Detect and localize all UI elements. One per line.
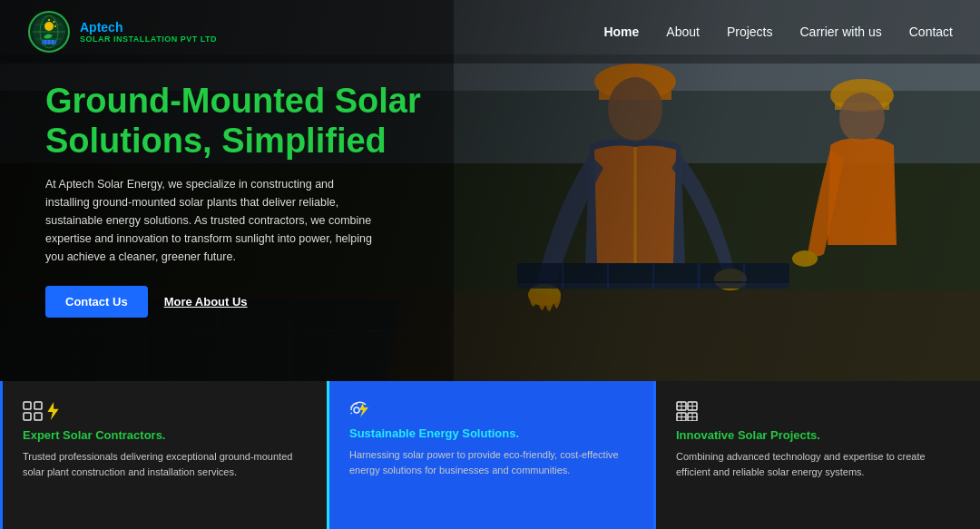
svg-point-48 [354,407,359,413]
hero-buttons: Contact Us More About Us [45,286,436,318]
feature-icon-2 [349,401,633,419]
nav-links: Home About Projects Carrier with us Cont… [603,24,953,40]
nav-item-carrier[interactable]: Carrier with us [800,24,882,40]
feature-card-2: Sustainable Energy Solutions. Harnessing… [327,381,653,529]
feature-title-1: Expert Solar Contractors. [23,428,307,442]
nav-link-home[interactable]: Home [603,24,639,39]
solar-grid-icon [23,401,43,421]
logo[interactable]: Aptech SOLAR INSTALLATION PVT LTD [27,10,217,54]
feature-desc-3: Combining advanced technology and expert… [676,449,960,479]
contact-us-button[interactable]: Contact Us [45,286,148,318]
navbar: Aptech SOLAR INSTALLATION PVT LTD Home A… [0,0,980,64]
nav-link-projects[interactable]: Projects [727,24,773,39]
feature-desc-1: Trusted professionals delivering excepti… [23,449,307,479]
feature-title-2: Sustainable Energy Solutions. [349,426,633,440]
svg-rect-44 [24,402,31,409]
nav-link-contact[interactable]: Contact [909,24,953,39]
feature-icon-3 [676,401,960,421]
svg-rect-46 [24,413,31,420]
logo-tagline: SOLAR INSTALLATION PVT LTD [80,34,217,44]
svg-rect-47 [34,413,42,420]
svg-line-8 [54,21,54,23]
sun-lightning-icon [349,401,371,419]
nav-link-carrier[interactable]: Carrier with us [800,24,882,39]
logo-icon [27,10,71,54]
nav-item-projects[interactable]: Projects [727,24,773,40]
more-about-us-button[interactable]: More About Us [164,295,248,309]
hero-title: Ground-Mounted Solar Solutions, Simplifi… [45,82,436,161]
nav-item-home[interactable]: Home [603,24,639,40]
logo-name: Aptech [80,20,217,34]
feature-card-3: Innovative Solar Projects. Combining adv… [653,381,980,529]
svg-line-50 [351,407,353,407]
svg-line-51 [351,413,353,414]
nav-item-contact[interactable]: Contact [909,24,953,40]
feature-icon-1 [23,401,307,421]
hero-content: Ground-Mounted Solar Solutions, Simplifi… [45,82,436,318]
hero-description: At Aptech Solar Energy, we specialize in… [45,175,381,266]
feature-desc-2: Harnessing solar power to provide eco-fr… [349,447,633,477]
svg-rect-45 [34,402,42,409]
feature-title-3: Innovative Solar Projects. [676,428,960,442]
feature-card-1: Expert Solar Contractors. Trusted profes… [0,381,327,529]
nav-item-about[interactable]: About [666,24,700,40]
lightning-icon-1 [46,402,59,420]
svg-point-6 [44,22,54,31]
solar-panel-grid-icon [676,401,698,421]
nav-link-about[interactable]: About [666,24,700,39]
logo-text: Aptech SOLAR INSTALLATION PVT LTD [80,20,217,44]
features-section: Expert Solar Contractors. Trusted profes… [0,381,980,529]
